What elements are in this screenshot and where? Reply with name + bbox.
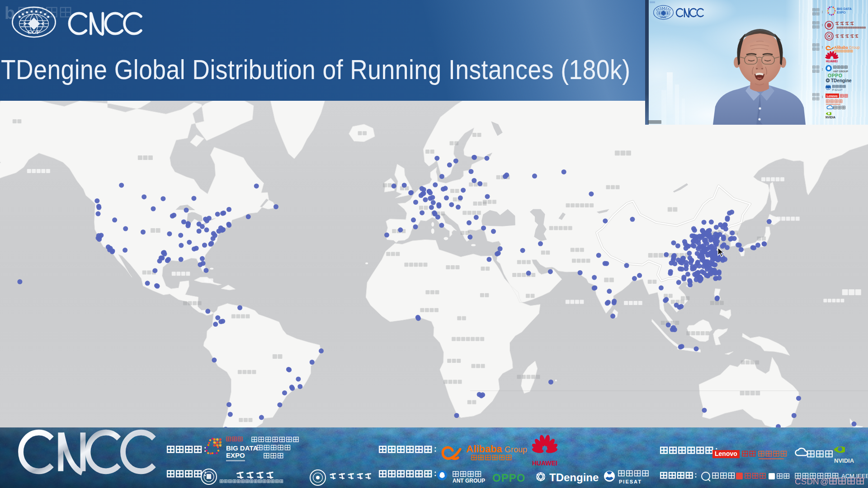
svg-text:PIESAT: PIESAT [619,479,642,484]
svg-text:Lenovo: Lenovo [715,450,737,457]
svg-text:Lenovo: Lenovo [827,94,838,98]
svg-text:BIG DATA: BIG DATA [837,7,852,10]
svg-text:Alibaba: Alibaba [466,443,502,455]
svg-text:Group: Group [505,445,527,454]
svg-text:PIESAT: PIESAT [832,89,843,91]
svg-text:EXPO: EXPO [837,11,846,14]
svg-text:NVIDIA: NVIDIA [834,457,854,464]
svg-text:CSDN: CSDN [795,477,819,486]
svg-text:TDengine: TDengine [831,78,852,83]
svg-text:CCF: CCF [28,29,40,35]
svg-text:b: b [5,4,15,23]
svg-text:HUAWEI: HUAWEI [532,460,557,467]
svg-text:Alibaba Group: Alibaba Group [834,45,860,50]
svg-text:@: @ [820,477,829,486]
svg-text:BIG DATA: BIG DATA [226,444,258,452]
svg-text:TDengine: TDengine [549,471,599,483]
svg-text:ANT GROUP: ANT GROUP [453,478,485,484]
svg-text:OPPO: OPPO [828,73,842,78]
svg-text:EXPO: EXPO [226,451,245,459]
svg-text:HUAWEI: HUAWEI [826,60,838,63]
svg-text:NVIDIA: NVIDIA [826,116,835,119]
svg-text:OPPO: OPPO [492,472,525,484]
